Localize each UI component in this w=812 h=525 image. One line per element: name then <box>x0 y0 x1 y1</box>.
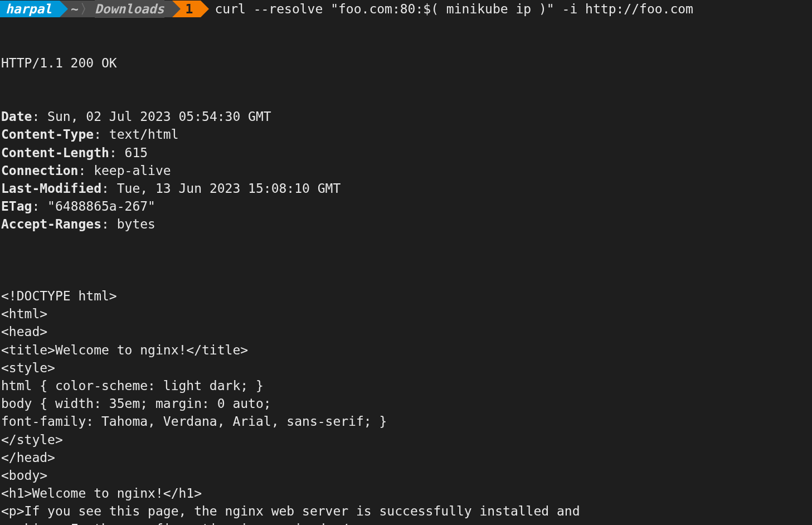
http-header-line: Date: Sun, 02 Jul 2023 05:54:30 GMT <box>1 108 812 125</box>
http-header-line: Accept-Ranges: bytes <box>1 215 812 233</box>
http-header-line: ETag: "6488865a-267" <box>1 197 812 215</box>
http-header-key: ETag <box>1 199 32 213</box>
prompt-user-segment: harpal <box>0 1 60 17</box>
http-header-line: Content-Length: 615 <box>1 144 812 162</box>
http-body: <!DOCTYPE html><html><head><title>Welcom… <box>1 269 812 525</box>
http-body-line: <style> <box>1 359 812 377</box>
http-headers: Date: Sun, 02 Jul 2023 05:54:30 GMTConte… <box>1 108 812 233</box>
http-body-line: </style> <box>1 431 812 449</box>
prompt-line[interactable]: harpal ~ 〉 Downloads 1 curl --resolve "f… <box>0 0 812 18</box>
http-body-line <box>1 269 812 287</box>
prompt-arrow-orange <box>201 1 209 17</box>
http-body-line: working. Further configuration is requir… <box>1 520 812 525</box>
http-header-value: : Sun, 02 Jul 2023 05:54:30 GMT <box>32 109 271 124</box>
http-header-key: Content-Length <box>1 145 109 160</box>
http-header-key: Connection <box>1 163 78 178</box>
http-header-key: Date <box>1 109 32 124</box>
http-header-value: : keep-alive <box>78 163 171 178</box>
http-body-line: <p>If you see this page, the nginx web s… <box>1 502 812 520</box>
http-body-line: <h1>Welcome to nginx!</h1> <box>1 484 812 502</box>
http-body-line: font-family: Tahoma, Verdana, Arial, san… <box>1 412 812 430</box>
http-body-line: </head> <box>1 449 812 466</box>
http-header-value: : "6488865a-267" <box>32 199 155 213</box>
http-body-line: body { width: 35em; margin: 0 auto; <box>1 395 812 412</box>
http-header-value: : Tue, 13 Jun 2023 15:08:10 GMT <box>101 181 341 196</box>
http-body-line: <title>Welcome to nginx!</title> <box>1 341 812 359</box>
prompt-dir-text: Downloads <box>95 0 164 18</box>
prompt-arrow-gray <box>172 1 181 17</box>
command-text: curl --resolve "foo.com:80:$( minikube i… <box>209 0 693 18</box>
http-status-line: HTTP/1.1 200 OK <box>1 54 812 72</box>
http-body-line: <head> <box>1 323 812 341</box>
http-header-key: Accept-Ranges <box>1 217 101 231</box>
http-header-value: : text/html <box>94 127 178 142</box>
http-body-line: <!DOCTYPE html> <box>1 287 812 305</box>
http-body-line: html { color-scheme: light dark; } <box>1 377 812 395</box>
prompt-home-segment: ~ 〉 Downloads <box>60 1 172 17</box>
http-header-line: Connection: keep-alive <box>1 162 812 179</box>
http-header-value: : bytes <box>101 217 155 231</box>
http-header-value: : 615 <box>109 145 148 160</box>
terminal-output[interactable]: HTTP/1.1 200 OK Date: Sun, 02 Jul 2023 0… <box>0 18 812 525</box>
http-header-line: Last-Modified: Tue, 13 Jun 2023 15:08:10… <box>1 179 812 197</box>
http-body-line: <body> <box>1 466 812 484</box>
http-header-line: Content-Type: text/html <box>1 125 812 143</box>
http-header-key: Last-Modified <box>1 181 101 196</box>
prompt-arrow-user <box>60 1 68 17</box>
http-body-line: <html> <box>1 305 812 323</box>
http-header-key: Content-Type <box>1 127 94 142</box>
chevron-right-icon: 〉 <box>79 0 95 18</box>
